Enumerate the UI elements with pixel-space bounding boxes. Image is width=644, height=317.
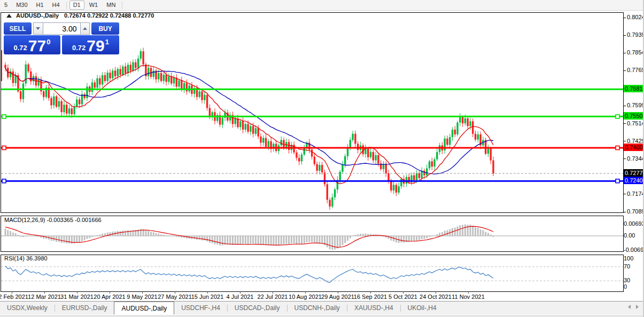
tick-mark: [624, 158, 626, 159]
buy-price-pips: 79: [87, 38, 104, 53]
rsi-axis-tick: 0: [624, 283, 627, 290]
price-axis-tick: 0.79395: [624, 31, 644, 38]
date-label: 27 May 2021: [158, 294, 192, 300]
chart-title: AUDUSD-,Daily 0.72674 0.72922 0.72488 0.…: [6, 12, 154, 19]
tab-ukoil-h4[interactable]: UKOil-,H4: [401, 302, 444, 314]
tab-usdx-weekly[interactable]: USDX,Weekly: [0, 302, 55, 314]
price-axis-tick: 0.80245: [624, 14, 644, 20]
timeframe-button-M30[interactable]: M30: [12, 1, 31, 10]
sell-price-point: 0: [46, 38, 50, 46]
date-label: 12 Mar 2021: [28, 294, 61, 300]
mt4-trading-terminal: { "toolbar": { "items": [ {"type":"butto…: [0, 0, 644, 317]
rsi-axis-tick: 100: [624, 255, 633, 261]
date-label: 20 Apr 2021: [94, 294, 125, 300]
macd-axis-tick: 0.00: [624, 232, 635, 239]
date-label: 22 Feb 2021: [0, 294, 28, 300]
chart-tab-bar: USDX,WeeklyEURUSD-,DailyAUDUSD-,DailyUSD…: [0, 301, 644, 314]
volume-increase-icon: [83, 27, 87, 30]
tick-mark: [624, 194, 626, 194]
timeframe-button-W1[interactable]: W1: [86, 1, 102, 10]
price-axis-tick: 0.71745: [624, 191, 644, 197]
rsi-label: RSI(14) 36.3980: [4, 255, 48, 261]
tab-scroll-right-icon[interactable]: [636, 305, 639, 309]
ma-slow-line: [5, 68, 493, 174]
rsi-chart: [1, 255, 623, 291]
status-strip: [0, 314, 644, 317]
tab-scroll-left-icon[interactable]: [628, 305, 631, 309]
buy-price-base: 0.72: [72, 44, 86, 52]
price-badge-0.72770: 0.72770: [624, 169, 644, 177]
sell-button[interactable]: SELL: [4, 22, 32, 35]
timeframe-button-MN[interactable]: MN: [103, 1, 119, 10]
date-label: 24 Oct 2021: [420, 294, 452, 300]
price-badge-0.75509: 0.75509: [624, 112, 644, 120]
tick-mark: [624, 106, 626, 106]
tick-mark: [624, 212, 626, 212]
price-axis-tick: 0.70895: [624, 208, 644, 215]
price-axis-tick: 0.78545: [624, 49, 644, 56]
tab-eurusd-daily[interactable]: EURUSD-,Daily: [55, 302, 114, 314]
date-label: 5 Oct 2021: [389, 294, 417, 300]
tab-scroll-buttons: [628, 305, 639, 309]
one-click-trading-panel: SELL BUY 0.72 77 0 0.72 79 1: [4, 22, 119, 54]
ma-fast-line: [5, 66, 493, 184]
volume-increase-button[interactable]: [80, 22, 90, 35]
tab-usdcnh-daily[interactable]: USDCNH-,Daily: [288, 302, 347, 314]
macd-signal-line: [5, 226, 493, 247]
tab-usdchf-h4[interactable]: USDCHF-,H4: [174, 302, 227, 314]
buy-price-display[interactable]: 0.72 79 1: [62, 35, 119, 54]
toolbar-separator: [122, 2, 122, 9]
timeframe-button-H4[interactable]: H4: [49, 1, 64, 10]
tick-mark: [624, 35, 626, 36]
price-axis-tick: 0.73445: [624, 155, 644, 162]
rsi-axis-tick: 70: [624, 263, 630, 270]
tick-mark: [624, 141, 626, 141]
toolbar-separator: [66, 2, 67, 9]
tick-mark: [624, 53, 626, 53]
volume-decrease-button[interactable]: [33, 22, 43, 35]
tick-mark: [624, 18, 626, 18]
timeframe-toolbar: 5M30H1H4D1W1MN: [0, 0, 644, 11]
sell-price-base: 0.72: [14, 44, 27, 52]
trade-panel-controls: SELL BUY: [4, 22, 119, 35]
chart-ohlc-values: 0.72674 0.72922 0.72488 0.72770: [64, 12, 154, 19]
timeframe-button-H1[interactable]: H1: [33, 1, 48, 10]
price-axis-tick: 0.77695: [624, 67, 644, 73]
timeframe-button-5[interactable]: 5: [1, 1, 11, 10]
price-axis: 0.802450.793950.785450.776950.759950.751…: [624, 0, 644, 300]
date-label: 11 Nov 2021: [452, 294, 485, 300]
trade-panel-prices: 0.72 77 0 0.72 79 1: [4, 35, 119, 54]
rsi-axis-tick: 30: [624, 277, 630, 283]
date-label: 22 Jul 2021: [258, 294, 288, 300]
buy-button[interactable]: BUY: [91, 22, 119, 35]
price-badge-0.76819: 0.76819: [624, 85, 644, 92]
timeframe-button-D1[interactable]: D1: [69, 1, 84, 10]
volume-input[interactable]: [43, 22, 80, 35]
date-label: 29 Aug 2021: [321, 294, 354, 300]
tick-mark: [624, 70, 626, 71]
price-axis-tick: 0.74295: [624, 138, 644, 144]
horizontal-line-0.75509[interactable]: [1, 115, 623, 118]
rsi-indicator-pane[interactable]: [1, 255, 624, 292]
tab-usdcad-daily[interactable]: USDCAD-,Daily: [228, 302, 287, 314]
macd-label: MACD(12,26,9) -0.003365 -0.001666: [4, 217, 102, 223]
date-label: 31 Mar 2021: [60, 294, 94, 300]
macd-axis-tick: 0.006936: [624, 220, 644, 227]
sell-price-display[interactable]: 0.72 77 0: [4, 35, 60, 54]
date-label: 16 Sep 2021: [354, 294, 387, 300]
tab-xauusd-h4[interactable]: XAUUSD-,H4: [347, 302, 400, 314]
date-label: 9 May 2021: [127, 294, 157, 300]
collapse-panel-arrow-icon[interactable]: [6, 14, 12, 18]
sell-price-pips: 77: [28, 38, 46, 53]
buy-price-point: 1: [105, 38, 109, 46]
tab-audusd-daily[interactable]: AUDUSD-,Daily: [114, 302, 174, 314]
date-axis: 22 Feb 202112 Mar 202131 Mar 202120 Apr …: [0, 291, 623, 300]
chart-symbol-period: AUDUSD-,Daily: [16, 12, 59, 19]
horizontal-line-0.72406[interactable]: [1, 179, 623, 183]
price-axis-tick: 0.75145: [624, 120, 644, 126]
rsi-line: [5, 266, 493, 282]
volume-decrease-icon: [36, 27, 40, 30]
price-axis-tick: 0.75995: [624, 102, 644, 108]
date-label: 15 Jun 2021: [191, 294, 224, 300]
date-label: 4 Jul 2021: [227, 294, 254, 300]
